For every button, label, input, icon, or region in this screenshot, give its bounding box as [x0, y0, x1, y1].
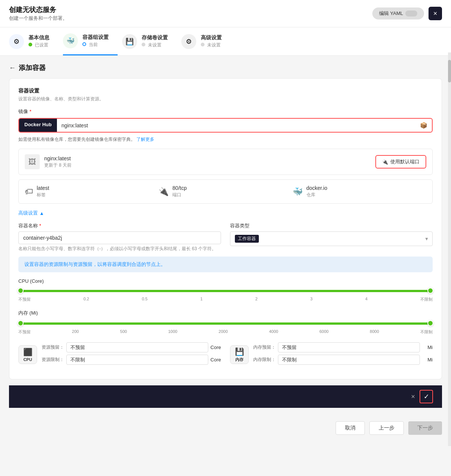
registry-text: docker.io 仓库: [306, 185, 327, 198]
step-advanced-dot: [201, 43, 205, 46]
memory-slider-track: [18, 322, 433, 325]
mem-marker-5: 4000: [269, 329, 278, 335]
footer-buttons: 取消 上一步 下一步: [0, 415, 451, 441]
container-type-group: 容器类型 工作容器 ▼: [230, 222, 433, 252]
memory-slider-markers: 不预留 200 500 1000 2000 4000 6000 8000 不限制: [18, 329, 433, 335]
back-arrow-icon[interactable]: ←: [9, 64, 16, 72]
image-name: nginx:latest: [44, 155, 72, 161]
cpu-label: CPU (Core): [18, 278, 433, 284]
scroll-thumb[interactable]: [448, 60, 451, 82]
memory-icon-symbol: 💾: [235, 347, 244, 356]
form-row-name-type: 容器名称 * 名称只能包含小写字母、数字和连字符（-），必须以小写字母或数字开头…: [18, 222, 433, 252]
prev-button[interactable]: 上一步: [369, 421, 404, 435]
memory-fields: 内存预留： Mi 内存限制： Mi: [253, 342, 433, 367]
port-label: 端口: [172, 192, 187, 198]
image-input-row: Docker Hub 📦: [18, 118, 433, 133]
cpu-limit-unit: Core: [211, 357, 221, 363]
next-button[interactable]: 下一步: [408, 421, 442, 435]
cpu-limit-input[interactable]: [66, 355, 208, 365]
bottom-x-icon: ×: [411, 393, 415, 400]
learn-more-link[interactable]: 了解更多: [136, 137, 154, 142]
bottom-bar: × ✓: [9, 385, 442, 408]
advanced-toggle-icon: ▲: [39, 210, 44, 216]
select-dropdown-icon: ▼: [424, 236, 429, 242]
bottom-check-icon: ✓: [424, 392, 429, 401]
memory-limit-input[interactable]: [278, 355, 420, 365]
tag-icon: 🏷: [25, 187, 33, 197]
page-main-title: 创建无状态服务: [9, 5, 67, 14]
container-type-label: 容器类型: [230, 222, 433, 229]
memory-reserve-input[interactable]: [278, 342, 420, 352]
mem-marker-8: 不限制: [420, 329, 433, 335]
close-button[interactable]: ×: [429, 7, 442, 20]
edit-yaml-button[interactable]: 编辑 YAML: [372, 7, 424, 19]
container-type-badge: 工作容器: [235, 235, 259, 243]
memory-slider-wrapper[interactable]: [18, 319, 433, 327]
header-title-block: 创建无状态服务 创建一个服务和一个部署。: [9, 5, 67, 22]
mem-marker-2: 500: [120, 329, 127, 335]
steps-nav: ⚙ 基本信息 已设置 🐳 容器组设置 当前 💾 存储卷设置 未设置: [0, 27, 451, 56]
container-name-label: 容器名称 *: [18, 222, 221, 229]
step-advanced[interactable]: ⚙ 高级设置 未设置: [181, 27, 231, 55]
card-title: 容器设置: [18, 88, 433, 94]
cpu-reserve-label: 资源预留：: [42, 344, 64, 351]
step-basic-status: 已设置: [28, 42, 49, 48]
back-heading: ← 添加容器: [9, 63, 442, 72]
image-thumbnail: 🖼: [25, 154, 40, 169]
tag-text: latest 标签: [37, 185, 49, 198]
image-registry-icon: 📦: [415, 119, 432, 132]
port-text: 80/tcp 端口: [172, 185, 187, 198]
cpu-slider-track: [18, 290, 433, 292]
advanced-toggle[interactable]: 高级设置 ▲: [18, 210, 433, 216]
cpu-reserve-unit: Core: [211, 345, 221, 350]
cancel-button[interactable]: 取消: [336, 421, 365, 435]
container-type-select[interactable]: 工作容器 ▼: [230, 231, 433, 246]
yaml-toggle[interactable]: [405, 10, 417, 16]
port-value: 80/tcp: [172, 185, 187, 191]
use-default-port-button[interactable]: 🔌 使用默认端口: [375, 155, 426, 169]
tag-label: 标签: [37, 192, 49, 198]
memory-slider-thumb-left[interactable]: [18, 320, 24, 326]
cpu-icon-symbol: ⬛: [23, 348, 33, 357]
bottom-x-button[interactable]: ×: [411, 393, 415, 401]
mem-marker-7: 8000: [370, 329, 379, 335]
memory-icon: 💾 内存: [230, 345, 249, 364]
step-advanced-icon: ⚙: [181, 34, 196, 49]
cpu-marker-0: 不预留: [18, 297, 31, 302]
cpu-icon: ⬛ CPU: [18, 345, 37, 364]
image-preview: 🖼 nginx:latest 更新于 8 天前 🔌 使用默认端口: [18, 149, 433, 175]
section-heading: 添加容器: [19, 63, 46, 72]
cpu-slider-thumb-left[interactable]: [18, 288, 24, 294]
cpu-marker-3: 1: [200, 297, 203, 302]
name-required: *: [39, 223, 41, 228]
cpu-reserve-input[interactable]: [66, 342, 208, 352]
memory-slider-section: 内存 (Mi) 不预留 200 500 1000 2000 4000 6000 …: [18, 310, 433, 335]
step-basic-title: 基本信息: [28, 34, 49, 41]
mem-marker-1: 200: [72, 329, 79, 335]
memory-slider-thumb-right[interactable]: [427, 320, 433, 326]
step-storage-text: 存储卷设置 未设置: [142, 34, 168, 48]
container-settings-card: 容器设置 设置容器的镜像、名称、类型和计算资源。 镜像 * Docker Hub…: [9, 78, 442, 379]
memory-reserve-line: 内存预留： Mi: [253, 342, 433, 352]
container-name-input[interactable]: [18, 231, 221, 244]
bottom-check-button[interactable]: ✓: [420, 390, 433, 403]
step-storage[interactable]: 💾 存储卷设置 未设置: [122, 27, 177, 55]
container-name-hint: 名称只能包含小写字母、数字和连字符（-），必须以小写字母或数字开头和结尾，最长 …: [18, 246, 221, 252]
cpu-marker-5: 3: [310, 297, 312, 302]
step-basic[interactable]: ⚙ 基本信息 已设置: [9, 27, 58, 55]
mem-marker-4: 2000: [219, 329, 228, 335]
step-container[interactable]: 🐳 容器组设置 当前: [63, 27, 118, 55]
cpu-marker-4: 2: [255, 297, 257, 302]
step-advanced-title: 高级设置: [201, 34, 222, 41]
step-storage-icon: 💾: [122, 34, 137, 49]
step-container-icon: 🐳: [63, 33, 78, 48]
cpu-marker-7: 不限制: [420, 297, 433, 302]
mem-marker-3: 1000: [168, 329, 177, 335]
yaml-btn-label: 编辑 YAML: [379, 10, 403, 17]
image-input[interactable]: [57, 119, 415, 132]
cpu-limit-label: 资源限制：: [42, 357, 64, 363]
registry-info-item: 🐳 docker.io 仓库: [293, 185, 426, 198]
use-default-port-label: 使用默认端口: [390, 158, 420, 165]
cpu-slider-thumb-right[interactable]: [427, 288, 433, 294]
cpu-slider-wrapper[interactable]: [18, 287, 433, 294]
